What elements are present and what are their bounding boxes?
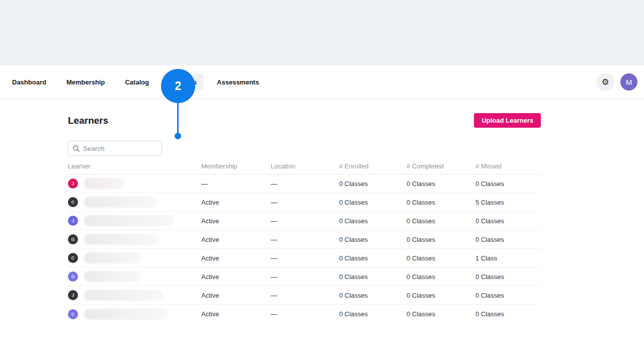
cell-missed: 0 Classes <box>475 310 541 318</box>
table-row[interactable]: J Active — 0 Classes 0 Classes 0 Classes <box>68 212 541 230</box>
cell-location: — <box>271 273 339 281</box>
learner-name-redacted <box>84 252 140 263</box>
settings-button[interactable]: ⚙ <box>596 73 614 91</box>
cell-membership: Active <box>201 199 271 206</box>
cell-enrolled: 0 Classes <box>339 292 407 299</box>
search-input[interactable] <box>83 145 157 152</box>
nav-item-catalog[interactable]: Catalog <box>118 74 155 91</box>
cell-membership: Active <box>201 236 271 243</box>
table-row[interactable]: G Active — 0 Classes 0 Classes 0 Classes <box>68 267 541 286</box>
learner-avatar: G <box>68 234 78 244</box>
top-navbar: Dashboard Membership Catalog Learners As… <box>0 65 644 99</box>
cell-location: — <box>271 254 339 262</box>
cell-missed: 0 Classes <box>475 180 541 188</box>
cell-missed: 0 Classes <box>475 217 541 225</box>
cell-membership: Active <box>201 310 271 318</box>
col-header-completed: # Completed <box>407 162 475 170</box>
col-header-membership: Membership <box>201 162 271 170</box>
learner-name-redacted <box>84 271 141 282</box>
cell-location: — <box>271 180 339 188</box>
cell-completed: 0 Classes <box>407 199 475 206</box>
cell-completed: 0 Classes <box>407 217 475 225</box>
col-header-learner: Learner <box>68 162 201 170</box>
cell-location: — <box>271 310 339 318</box>
cell-membership: Active <box>201 292 271 299</box>
learner-name-redacted <box>84 197 157 208</box>
nav-item-dashboard[interactable]: Dashboard <box>6 74 53 91</box>
table-header: Learner Membership Location # Enrolled #… <box>68 158 541 174</box>
learner-avatar: J <box>68 178 78 189</box>
learner-name-redacted <box>84 234 158 245</box>
cell-membership: — <box>201 180 271 188</box>
nav-items: Dashboard Membership Catalog Learners As… <box>6 74 266 91</box>
cell-enrolled: 0 Classes <box>339 236 407 243</box>
cell-location: — <box>271 217 339 225</box>
cell-missed: 1 Class <box>475 254 541 262</box>
cell-completed: 0 Classes <box>407 180 475 188</box>
table-row[interactable]: G Active — 0 Classes 0 Classes 0 Classes <box>68 230 541 249</box>
nav-item-learners[interactable]: Learners <box>163 74 203 91</box>
cell-enrolled: 0 Classes <box>339 217 407 225</box>
col-header-missed: # Missed <box>475 162 541 170</box>
learner-avatar: C <box>68 309 78 319</box>
cell-enrolled: 0 Classes <box>339 310 407 318</box>
cell-membership: Active <box>201 273 271 281</box>
cell-membership: Active <box>201 217 271 225</box>
table-row[interactable]: C Active — 0 Classes 0 Classes 1 Class <box>68 249 541 267</box>
cell-location: — <box>271 292 339 299</box>
cell-missed: 0 Classes <box>475 273 541 281</box>
cell-completed: 0 Classes <box>407 292 475 299</box>
user-avatar[interactable]: M <box>620 73 637 91</box>
cell-missed: 0 Classes <box>475 292 541 299</box>
table-row[interactable]: J Active — 0 Classes 0 Classes 0 Classes <box>68 286 541 305</box>
nav-item-membership[interactable]: Membership <box>60 74 112 91</box>
cell-completed: 0 Classes <box>407 254 475 262</box>
learner-avatar: C <box>68 253 78 263</box>
cell-missed: 5 Classes <box>475 199 541 206</box>
learner-avatar: J <box>68 290 78 300</box>
learner-name-redacted <box>84 215 175 226</box>
cell-completed: 0 Classes <box>407 273 475 281</box>
cell-missed: 0 Classes <box>475 236 541 243</box>
cell-location: — <box>271 236 339 243</box>
cell-location: — <box>271 199 339 206</box>
hero-band <box>0 0 644 65</box>
search-icon <box>73 145 79 152</box>
learner-name-redacted <box>84 309 169 320</box>
learner-name-redacted <box>84 178 125 189</box>
cell-completed: 0 Classes <box>407 310 475 318</box>
col-header-location: Location <box>271 162 339 170</box>
table-row[interactable]: C Active — 0 Classes 0 Classes 0 Classes <box>68 305 541 323</box>
cell-enrolled: 0 Classes <box>339 254 407 262</box>
learner-avatar: G <box>68 272 78 282</box>
table-row[interactable]: J — — 0 Classes 0 Classes 0 Classes <box>68 174 541 193</box>
col-header-enrolled: # Enrolled <box>339 162 407 170</box>
table-row[interactable]: C Active — 0 Classes 0 Classes 5 Classes <box>68 193 541 212</box>
cell-enrolled: 0 Classes <box>339 180 407 188</box>
cell-membership: Active <box>201 254 271 262</box>
learner-name-redacted <box>84 290 164 301</box>
learner-avatar: J <box>68 216 78 226</box>
cell-enrolled: 0 Classes <box>339 273 407 281</box>
nav-item-assessments[interactable]: Assessments <box>210 74 266 91</box>
page-title: Learners <box>68 115 108 126</box>
main-content: Learners Upload Learners Learner Members… <box>68 113 541 323</box>
cell-completed: 0 Classes <box>407 236 475 243</box>
gear-icon: ⚙ <box>601 77 609 87</box>
learners-table: Learner Membership Location # Enrolled #… <box>68 158 541 323</box>
search-box[interactable] <box>68 141 162 156</box>
upload-learners-button[interactable]: Upload Learners <box>474 113 541 128</box>
learner-avatar: C <box>68 197 78 207</box>
cell-enrolled: 0 Classes <box>339 199 407 206</box>
